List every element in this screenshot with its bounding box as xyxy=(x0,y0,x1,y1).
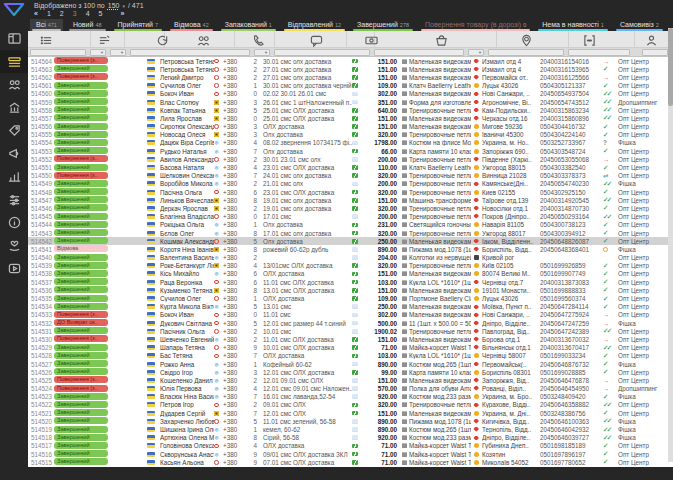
table-row[interactable]: 514546ЗавершенийДеркач Ярослав+380219.01… xyxy=(28,204,673,212)
phone-number[interactable]: +380 xyxy=(223,58,248,65)
phone-number[interactable]: +380 xyxy=(223,287,248,294)
phone-number[interactable]: +380 xyxy=(223,213,248,220)
tracking-number[interactable]: 20450646876732 xyxy=(540,361,603,368)
phone-number[interactable]: +380 xyxy=(223,352,248,359)
tracking-number[interactable]: 20450648368401 xyxy=(540,246,603,253)
table-row[interactable]: 514527ЗавершенийРожко Анна❄+3801Кофейный… xyxy=(28,360,673,368)
table-row[interactable]: 514553ЗавершенийРудько Наталья❄+3807Олх … xyxy=(28,147,673,155)
scrollbar-thumb[interactable] xyxy=(668,28,673,106)
table-row[interactable]: 514535ЗавершенийСучилов Олег+3801ОЛХ дос… xyxy=(28,294,673,302)
table-row[interactable]: 514550Повернення (з..Шелковин Олексан..❄… xyxy=(28,172,673,180)
table-row[interactable]: 514536ЗавершенийКузьменко Тетяна+380813.… xyxy=(28,286,673,294)
tracking-number[interactable]: 0501699926859 xyxy=(540,262,603,269)
sidebar-item-clients[interactable] xyxy=(0,73,28,96)
table-row[interactable]: 514547ЗавершенийЛиньков Вячеслав+380819.… xyxy=(28,196,673,204)
prom-channel-icon[interactable]: ❄ xyxy=(214,377,223,384)
table-row[interactable]: 514557ЗавершенийЛила Ярослав+380025.01 с… xyxy=(28,114,673,122)
table-row[interactable]: 514522ЗавершенийПетров Ігор+380209.01 см… xyxy=(28,401,673,409)
filter-payment[interactable] xyxy=(374,49,464,56)
tab-return-transit[interactable]: Повернення товару (в дорозі)0 xyxy=(419,19,532,31)
tracking-number[interactable]: 0504303378373 xyxy=(540,172,603,179)
filter-ttn[interactable] xyxy=(568,49,630,56)
table-row[interactable]: 514562Повернення (з..Легкий Дмитро+38022… xyxy=(28,73,673,81)
table-row[interactable]: 514533Повернення (з..Бокоч Иван+380011.0… xyxy=(28,311,673,319)
table-row[interactable]: 514545ЗавершенийБлагінна Владіслава+3800… xyxy=(28,213,673,221)
phone-number[interactable]: +380 xyxy=(223,418,248,425)
phone-number[interactable]: +380 xyxy=(223,270,248,277)
page-size-selector[interactable]: 150 xyxy=(108,2,120,9)
olx-channel-icon[interactable] xyxy=(214,116,223,121)
table-row[interactable]: 514521ЗавершенийДударев Сергій+380712.01… xyxy=(28,409,673,417)
prom-channel-icon[interactable]: ❄ xyxy=(214,148,223,155)
sidebar-item-marketing[interactable] xyxy=(0,142,28,165)
table-row[interactable]: 514515ЗавершенийКасьян Альона+380907.01 … xyxy=(28,458,673,466)
sidebar-item-info[interactable] xyxy=(0,211,28,234)
products-column-icon[interactable] xyxy=(435,33,449,46)
table-row[interactable]: 514516ЗавершенийСкворунська Анаст..❄+380… xyxy=(28,450,673,458)
tracking-number[interactable]: 20450646042932 xyxy=(540,426,603,433)
prom-channel-icon[interactable]: ❄ xyxy=(214,303,223,310)
prom-channel-icon[interactable]: ❄ xyxy=(214,426,223,433)
tracking-number[interactable]: 20400313670417 xyxy=(540,344,603,351)
tracking-number[interactable]: 20450650293164 xyxy=(540,213,603,220)
tracking-number[interactable]: 0501697896197 xyxy=(540,451,603,458)
tracking-number[interactable]: 20450647284114 xyxy=(540,303,603,310)
phone-number[interactable]: +380 xyxy=(223,434,248,441)
tracking-number[interactable]: 20400314920545 xyxy=(540,197,603,204)
tracking-number[interactable]: 20450654937504 xyxy=(540,90,603,97)
phone-number[interactable]: +380 xyxy=(223,254,248,261)
ring-channel-icon[interactable] xyxy=(214,419,223,424)
phone-number[interactable]: +380 xyxy=(223,369,248,376)
phone-number[interactable]: +380 xyxy=(223,410,248,417)
tracking-number[interactable]: 0501699028885 xyxy=(540,369,603,376)
tracking-number[interactable]: 20450647242389 xyxy=(540,328,603,335)
tracking-number[interactable]: 20450646100363 xyxy=(540,418,603,425)
phone-number[interactable]: +380 xyxy=(223,401,248,408)
filter-product[interactable]: ▼ xyxy=(468,49,484,56)
table-row[interactable]: 514517ЗавершенийГоловінова Олексан..+380… xyxy=(28,442,673,450)
filter-client[interactable] xyxy=(130,49,250,56)
table-row[interactable]: 514552Повернення (з..Авилов Александр+38… xyxy=(28,155,673,163)
ring-channel-icon[interactable] xyxy=(214,345,223,350)
client-column-icon[interactable] xyxy=(197,33,211,46)
tab-packed[interactable]: Запакований1 xyxy=(219,19,278,31)
ring-channel-icon[interactable] xyxy=(214,92,223,97)
phone-number[interactable]: +380 xyxy=(223,90,248,97)
page-button-2[interactable]: 2 xyxy=(60,10,64,17)
phone-number[interactable]: +380 xyxy=(223,66,248,73)
phone-number[interactable]: +380 xyxy=(223,221,248,228)
tracking-number[interactable]: 0501699888833 xyxy=(540,287,603,294)
prom-channel-icon[interactable]: ❄ xyxy=(214,230,223,237)
table-row[interactable]: 514560ЗавершенийБокоч Иван+380002.02 30.… xyxy=(28,90,673,98)
ring-channel-icon[interactable] xyxy=(214,444,223,449)
phone-number[interactable]: +380 xyxy=(223,172,248,179)
filter-phone[interactable]: ▼ xyxy=(254,49,270,56)
ring-channel-icon[interactable] xyxy=(214,214,223,219)
tracking-number[interactable]: 20400316154016 xyxy=(540,58,603,65)
tracking-number[interactable]: 0504302925150 xyxy=(540,189,603,196)
tab-out-of-stock[interactable]: Нема в наявності1 xyxy=(536,19,610,31)
sidebar-item-company[interactable] xyxy=(0,96,28,119)
page-button-3[interactable]: 3 xyxy=(73,10,77,17)
table-row[interactable]: 514532ДО Возврат ок..Дукович Світлана+38… xyxy=(28,319,673,327)
sidebar-item-orders[interactable] xyxy=(0,50,28,73)
tracking-number[interactable]: 20450646476878 xyxy=(540,377,603,384)
olx-channel-icon[interactable] xyxy=(214,411,223,416)
phone-number[interactable]: +380 xyxy=(223,230,248,237)
prom-channel-icon[interactable]: ❄ xyxy=(214,385,223,392)
table-row[interactable]: 514555ЗавершенийНовосад Олеся+3803Олх до… xyxy=(28,131,673,139)
ring-channel-icon[interactable] xyxy=(214,460,223,465)
table-row[interactable]: 514519ЗавершенийШишкіна Ірина Олек..❄+38… xyxy=(28,425,673,433)
sidebar-item-support[interactable] xyxy=(0,234,28,257)
prom-channel-icon[interactable]: ❄ xyxy=(214,180,223,187)
ring-channel-icon[interactable] xyxy=(214,296,223,301)
ring-channel-icon[interactable] xyxy=(214,59,223,64)
tracking-number[interactable]: 0504300394912 xyxy=(540,230,603,237)
tracking-column-icon[interactable] xyxy=(583,33,597,46)
olx-channel-icon[interactable] xyxy=(214,206,223,211)
phone-number[interactable]: +380 xyxy=(223,131,248,138)
ring-channel-icon[interactable] xyxy=(214,313,223,318)
prom-channel-icon[interactable]: ❄ xyxy=(214,369,223,376)
tab-refused[interactable]: Відмова42 xyxy=(168,19,215,31)
payment-column-icon[interactable] xyxy=(365,33,379,46)
